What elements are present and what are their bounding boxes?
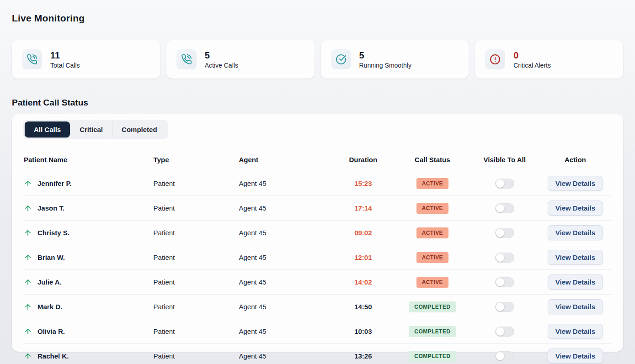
arrow-up-icon: [24, 352, 32, 360]
arrow-up-icon: [24, 327, 32, 336]
stat-card-active-calls: 5 Active Calls: [166, 40, 315, 79]
call-status-badge: ACTIVE: [416, 227, 448, 238]
view-details-button[interactable]: View Details: [548, 200, 603, 216]
call-status-badge: COMPLETED: [409, 301, 456, 312]
agent-name: Agent 45: [238, 245, 332, 270]
tab-critical[interactable]: Critical: [70, 121, 112, 137]
patient-name: Rachel K.: [37, 352, 69, 360]
table-row: Jason T. Patient Agent 45 17:14 ACTIVE V…: [23, 196, 612, 221]
visible-to-all-toggle[interactable]: [495, 253, 514, 263]
call-status-badge: COMPLETED: [409, 351, 456, 362]
call-duration: 14:02: [354, 278, 372, 286]
arrow-up-icon: [24, 278, 32, 286]
call-type: Patient: [153, 171, 238, 196]
table-row: Julie A. Patient Agent 45 14:02 ACTIVE V…: [23, 270, 612, 295]
agent-name: Agent 45: [238, 344, 332, 364]
view-details-button[interactable]: View Details: [548, 348, 603, 364]
arrow-up-icon: [24, 179, 32, 188]
patient-call-status-panel: All Calls Critical Completed Patient Nam…: [12, 114, 623, 352]
call-duration: 17:14: [354, 204, 372, 212]
tab-completed[interactable]: Completed: [112, 121, 166, 137]
header-duration: Duration: [332, 149, 394, 171]
visible-to-all-toggle[interactable]: [495, 203, 514, 213]
page-title: Live Monitoring: [12, 13, 623, 24]
arrow-up-icon: [24, 303, 32, 311]
alert-circle-icon: [485, 49, 505, 69]
header-action: Action: [539, 149, 612, 171]
call-duration: 12:01: [354, 253, 372, 261]
visible-to-all-toggle[interactable]: [495, 179, 514, 189]
toggle-knob: [496, 303, 504, 311]
header-call-status: Call Status: [394, 149, 471, 171]
agent-name: Agent 45: [238, 171, 332, 196]
table-row: Brian W. Patient Agent 45 12:01 ACTIVE V…: [23, 245, 612, 270]
view-details-button[interactable]: View Details: [548, 176, 603, 191]
patient-name: Brian W.: [37, 253, 65, 261]
visible-to-all-toggle[interactable]: [495, 302, 514, 312]
call-status-badge: ACTIVE: [416, 277, 448, 288]
call-status-badge: ACTIVE: [416, 178, 448, 189]
stat-value-running-smoothly: 5: [359, 50, 411, 60]
stats-row: 11 Total Calls 5 Active Calls 5 Running …: [12, 40, 623, 79]
visible-to-all-toggle[interactable]: [495, 327, 514, 337]
visible-to-all-toggle[interactable]: [495, 351, 514, 361]
toggle-knob: [496, 179, 504, 188]
call-type: Patient: [153, 344, 238, 364]
agent-name: Agent 45: [238, 295, 332, 319]
view-details-button[interactable]: View Details: [548, 299, 603, 314]
patient-name: Jason T.: [37, 204, 64, 212]
call-type: Patient: [153, 221, 238, 245]
call-duration: 10:03: [354, 327, 372, 335]
call-type: Patient: [153, 245, 238, 270]
phone-call-icon: [22, 49, 42, 69]
toggle-knob: [496, 278, 504, 286]
stat-value-total-calls: 11: [50, 50, 80, 60]
patient-call-table: Patient Name Type Agent Duration Call St…: [23, 149, 612, 364]
call-type: Patient: [153, 319, 238, 344]
stat-label-total-calls: Total Calls: [50, 62, 80, 69]
table-header-row: Patient Name Type Agent Duration Call St…: [23, 149, 612, 171]
visible-to-all-toggle[interactable]: [495, 277, 514, 287]
stat-label-running-smoothly: Running Smoothly: [359, 62, 411, 69]
header-agent: Agent: [238, 149, 332, 171]
call-duration: 14:50: [354, 303, 372, 311]
arrow-up-icon: [24, 229, 32, 237]
stat-value-active-calls: 5: [205, 50, 238, 60]
call-status-badge: ACTIVE: [416, 203, 448, 214]
call-filter-tabs: All Calls Critical Completed: [23, 120, 168, 139]
call-duration: 15:23: [354, 179, 372, 187]
stat-value-critical-alerts: 0: [513, 50, 551, 60]
view-details-button[interactable]: View Details: [548, 274, 603, 290]
header-patient-name: Patient Name: [23, 149, 153, 171]
toggle-knob: [496, 204, 504, 212]
patient-name: Julie A.: [37, 278, 62, 286]
table-row: Christy S. Patient Agent 45 09:02 ACTIVE…: [23, 221, 612, 245]
phone-call-icon: [176, 49, 197, 69]
header-type: Type: [153, 149, 238, 171]
toggle-knob: [496, 327, 504, 336]
section-title: Patient Call Status: [12, 98, 623, 108]
toggle-knob: [496, 352, 504, 360]
agent-name: Agent 45: [238, 319, 332, 344]
toggle-knob: [496, 229, 504, 237]
arrow-up-icon: [24, 204, 32, 212]
view-details-button[interactable]: View Details: [548, 225, 603, 240]
view-details-button[interactable]: View Details: [548, 324, 603, 339]
stat-label-active-calls: Active Calls: [205, 62, 238, 69]
arrow-up-icon: [24, 253, 32, 262]
stat-card-running-smoothly: 5 Running Smoothly: [321, 40, 469, 79]
stat-label-critical-alerts: Critical Alerts: [513, 62, 551, 69]
stat-card-critical-alerts: 0 Critical Alerts: [475, 40, 623, 79]
call-duration: 13:26: [354, 352, 372, 360]
table-row: Jennifer P. Patient Agent 45 15:23 ACTIV…: [23, 171, 612, 196]
call-type: Patient: [153, 196, 238, 221]
patient-name: Olivia R.: [37, 327, 65, 335]
call-duration: 09:02: [354, 229, 372, 237]
call-status-badge: COMPLETED: [409, 326, 456, 337]
view-details-button[interactable]: View Details: [548, 250, 603, 265]
patient-name: Christy S.: [37, 229, 69, 237]
tab-all-calls[interactable]: All Calls: [25, 121, 70, 137]
table-row: Olivia R. Patient Agent 45 10:03 COMPLET…: [23, 319, 612, 344]
call-type: Patient: [153, 270, 238, 295]
visible-to-all-toggle[interactable]: [495, 228, 514, 238]
